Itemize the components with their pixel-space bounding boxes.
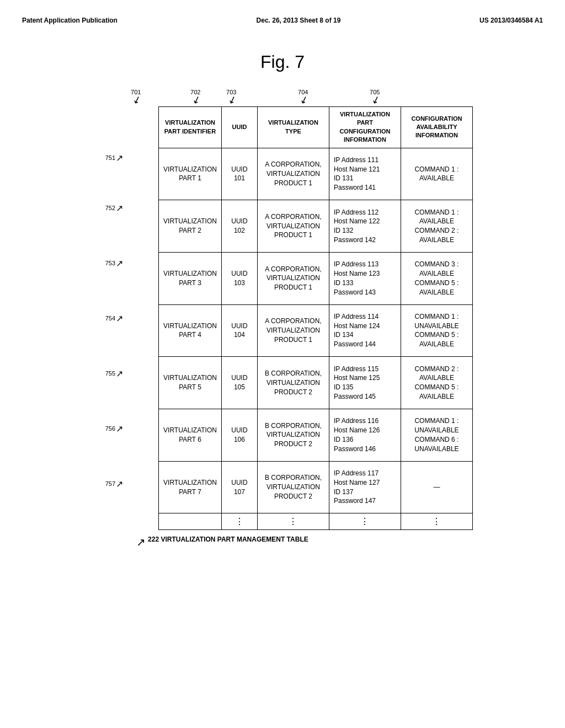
table-row: VIRTUALIZATIONPART 4 UUID104 A CORPORATI… (159, 304, 473, 357)
table-row: VIRTUALIZATIONPART 6 UUID106 B CORPORATI… (159, 409, 473, 462)
cell-uuid-757: UUID107 (221, 461, 257, 513)
cell-vconfig-751: IP Address 111Host Name 121ID 131Passwor… (329, 148, 401, 200)
cell-vconfig-756: IP Address 116Host Name 126ID 136Passwor… (329, 409, 401, 462)
header-avail: CONFIGURATIONAVAILABILITYINFORMATION (401, 107, 472, 148)
page-header: Patent Application Publication Dec. 26, … (22, 11, 543, 30)
header-vconfig: VIRTUALIZATIONPARTCONFIGURATIONINFORMATI… (329, 107, 401, 148)
cell-vconfig-753: IP Address 113Host Name 123ID 133Passwor… (329, 252, 401, 304)
cell-vp-id-751: VIRTUALIZATIONPART 1 (159, 148, 222, 200)
cell-avail-752: COMMAND 1 :AVAILABLECOMMAND 2 :AVAILABLE (401, 200, 472, 253)
header-uuid: UUID (221, 107, 257, 148)
cell-avail-756: COMMAND 1 :UNAVAILABLECOMMAND 6 :UNAVAIL… (401, 409, 472, 462)
side-row-labels: 751↗ 752↗ 753↗ 754↗ 755↗ 756↗ 75 (92, 106, 125, 530)
cell-vp-id-752: VIRTUALIZATIONPART 2 (159, 200, 222, 253)
cell-avail-751: COMMAND 1 :AVAILABLE (401, 148, 472, 200)
side-label-756: 756↗ (92, 401, 125, 456)
table-row: VIRTUALIZATIONPART 7 UUID107 B CORPORATI… (159, 461, 473, 513)
header-middle: Dec. 26, 2013 Sheet 8 of 19 (257, 17, 341, 24)
cell-uuid-755: UUID105 (221, 357, 257, 409)
figure-title: Fig. 7 (22, 52, 543, 72)
cell-vp-id-755: VIRTUALIZATIONPART 5 (159, 357, 222, 409)
col-label-702: 702 ↙ (186, 89, 222, 105)
dots-uuid: ⋮ (221, 513, 257, 530)
cell-vconfig-752: IP Address 112Host Name 122ID 132Passwor… (329, 200, 401, 253)
table-row: VIRTUALIZATIONPART 3 UUID103 A CORPORATI… (159, 252, 473, 304)
cell-uuid-754: UUID104 (221, 304, 257, 357)
header-right: US 2013/0346584 A1 (479, 17, 543, 24)
cell-vtype-751: A CORPORATION,VIRTUALIZATIONPRODUCT 1 (257, 148, 329, 200)
col-label-704: 704 ↙ (294, 89, 365, 105)
cell-avail-754: COMMAND 1 :UNAVAILABLECOMMAND 5 :AVAILAB… (401, 304, 472, 357)
header-row: VIRTUALIZATIONPART IDENTIFIER UUID VIRTU… (159, 107, 473, 148)
cell-vp-id-754: VIRTUALIZATIONPART 4 (159, 304, 222, 357)
caption-text: 222 VIRTUALIZATION PART MANAGEMENT TABLE (148, 536, 308, 543)
cell-uuid-756: UUID106 (221, 409, 257, 462)
main-table: VIRTUALIZATIONPART IDENTIFIER UUID VIRTU… (158, 106, 473, 530)
dots-avail: ⋮ (401, 513, 472, 530)
side-label-755: 755↗ (92, 346, 125, 401)
dots-vconfig: ⋮ (329, 513, 401, 530)
cell-vconfig-754: IP Address 114Host Name 124ID 134Passwor… (329, 304, 401, 357)
header-left: Patent Application Publication (22, 17, 118, 24)
table-wrapper: 701 ↙ 702 ↙ 703 ↙ 704 ↙ 705 ↙ (92, 89, 473, 549)
cell-avail-753: COMMAND 3 :AVAILABLECOMMAND 5 :AVAILABLE (401, 252, 472, 304)
table-row: VIRTUALIZATIONPART 2 UUID102 A CORPORATI… (159, 200, 473, 253)
cell-uuid-752: UUID102 (221, 200, 257, 253)
cell-vtype-755: B CORPORATION,VIRTUALIZATIONPRODUCT 2 (257, 357, 329, 409)
table-with-side-labels: 751↗ 752↗ 753↗ 754↗ 755↗ 756↗ 75 (92, 106, 473, 530)
side-label-757: 757↗ (92, 456, 125, 511)
dots-vp-id (159, 513, 222, 530)
dots-vtype: ⋮ (257, 513, 329, 530)
cell-vconfig-755: IP Address 115Host Name 125ID 135Passwor… (329, 357, 401, 409)
side-dots-spacer (92, 511, 125, 530)
cell-avail-755: COMMAND 2 :AVAILABLECOMMAND 5 :AVAILABLE (401, 357, 472, 409)
table-row: VIRTUALIZATIONPART 5 UUID105 B CORPORATI… (159, 357, 473, 409)
cell-vtype-756: B CORPORATION,VIRTUALIZATIONPRODUCT 2 (257, 409, 329, 462)
col-label-701: 701 ↙ (125, 89, 186, 105)
side-label-754: 754↗ (92, 291, 125, 346)
caption-arrow-icon: ↗ (136, 536, 146, 549)
cell-vtype-752: A CORPORATION,VIRTUALIZATIONPRODUCT 1 (257, 200, 329, 253)
side-label-751: 751↗ (92, 135, 125, 180)
col-label-705: 705 ↙ (365, 89, 437, 105)
cell-vtype-754: A CORPORATION,VIRTUALIZATIONPRODUCT 1 (257, 304, 329, 357)
cell-vp-id-753: VIRTUALIZATIONPART 3 (159, 252, 222, 304)
side-label-753: 753↗ (92, 235, 125, 291)
cell-vtype-753: A CORPORATION,VIRTUALIZATIONPRODUCT 1 (257, 252, 329, 304)
cell-vp-id-756: VIRTUALIZATIONPART 6 (159, 409, 222, 462)
cell-avail-757: — (401, 461, 472, 513)
cell-vtype-757: B CORPORATION,VIRTUALIZATIONPRODUCT 2 (257, 461, 329, 513)
header-vp-id: VIRTUALIZATIONPART IDENTIFIER (159, 107, 222, 148)
column-labels-row: 701 ↙ 702 ↙ 703 ↙ 704 ↙ 705 ↙ (92, 89, 473, 105)
side-header-spacer (92, 106, 125, 135)
col-label-703: 703 ↙ (222, 89, 294, 105)
side-label-752: 752↗ (92, 180, 125, 235)
cell-uuid-751: UUID101 (221, 148, 257, 200)
dots-row: ⋮ ⋮ ⋮ ⋮ (159, 513, 473, 530)
cell-vp-id-757: VIRTUALIZATIONPART 7 (159, 461, 222, 513)
table-row: VIRTUALIZATIONPART 1 UUID101 A CORPORATI… (159, 148, 473, 200)
header-vtype: VIRTUALIZATIONTYPE (257, 107, 329, 148)
cell-uuid-753: UUID103 (221, 252, 257, 304)
cell-vconfig-757: IP Address 117Host Name 127ID 137Passwor… (329, 461, 401, 513)
caption-area: ↗ 222 VIRTUALIZATION PART MANAGEMENT TAB… (136, 536, 473, 549)
diagram-container: 701 ↙ 702 ↙ 703 ↙ 704 ↙ 705 ↙ (22, 89, 543, 549)
